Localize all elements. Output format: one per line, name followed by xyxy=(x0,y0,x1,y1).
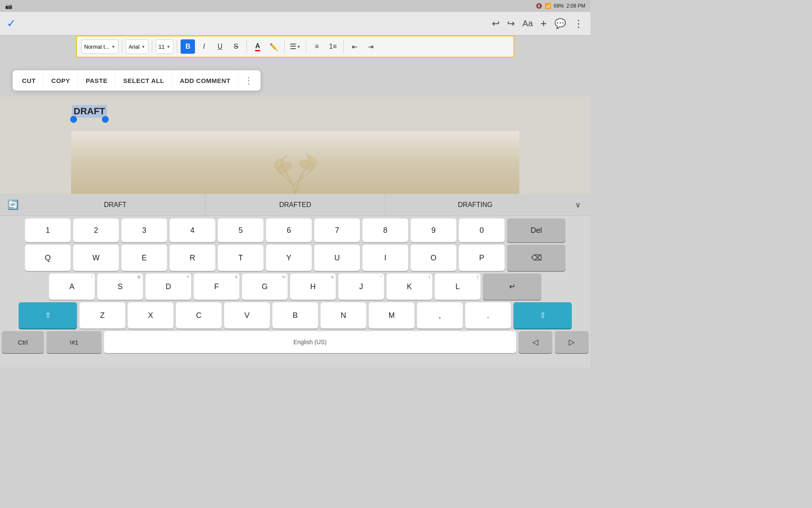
key-l[interactable]: L) xyxy=(435,273,480,300)
selected-text[interactable]: DRAFT xyxy=(72,105,107,118)
key-p[interactable]: P xyxy=(459,245,505,271)
divider-2 xyxy=(152,40,152,53)
divider-4 xyxy=(247,40,247,53)
key-9[interactable]: 9 xyxy=(411,218,456,242)
key-3[interactable]: 3 xyxy=(121,218,167,242)
selected-word: DRAFT xyxy=(74,106,105,116)
key-backspace[interactable]: ⌫ xyxy=(507,245,565,271)
more-options-button[interactable]: ⋮ xyxy=(573,18,584,30)
paragraph-style-select[interactable]: Normal t... ▼ xyxy=(81,39,118,54)
key-e[interactable]: E xyxy=(121,245,167,271)
key-comma[interactable]: ,- xyxy=(417,302,463,329)
key-enter[interactable]: ↵ xyxy=(483,273,541,300)
strikethrough-button[interactable]: S xyxy=(229,39,243,54)
key-arrow-right[interactable]: ▷ xyxy=(555,331,589,353)
add-button[interactable]: + xyxy=(540,17,547,30)
divider-3 xyxy=(177,40,177,53)
key-0[interactable]: 0 xyxy=(459,218,505,242)
paragraph-style-arrow: ▼ xyxy=(111,44,115,49)
key-6[interactable]: 6 xyxy=(266,218,312,242)
key-1[interactable]: 1 xyxy=(25,218,71,242)
key-shift-left[interactable]: ⇧ xyxy=(19,302,77,329)
key-row-asdf: A! S@ D# F$ G% H& J* K( L) ↵ xyxy=(2,273,589,300)
key-h[interactable]: H& xyxy=(290,273,336,300)
key-2[interactable]: 2 xyxy=(73,218,119,242)
comment-button[interactable]: 💬 xyxy=(554,18,566,29)
highlight-label: ✏️ xyxy=(269,43,278,51)
key-4[interactable]: 4 xyxy=(170,218,215,242)
key-r[interactable]: R xyxy=(170,245,215,271)
divider-5 xyxy=(284,40,285,53)
key-u[interactable]: U xyxy=(314,245,360,271)
key-space[interactable]: English (US) xyxy=(104,331,516,353)
confirm-button[interactable]: ✓ xyxy=(7,17,16,30)
key-j[interactable]: J* xyxy=(338,273,384,300)
text-format-button[interactable]: Aa xyxy=(522,19,532,28)
indent-icon: ⇥ xyxy=(368,43,373,51)
key-i[interactable]: I xyxy=(362,245,408,271)
key-n[interactable]: N xyxy=(321,302,366,329)
suggestion-1[interactable]: DRAFT xyxy=(25,194,206,216)
key-8[interactable]: 8 xyxy=(362,218,408,242)
select-all-button[interactable]: SELECT ALL xyxy=(115,70,172,91)
cut-button[interactable]: CUT xyxy=(14,70,44,91)
copy-button[interactable]: COPY xyxy=(44,70,78,91)
key-arrow-left[interactable]: ◁ xyxy=(518,331,552,353)
key-f[interactable]: F$ xyxy=(194,273,239,300)
key-s[interactable]: S@ xyxy=(97,273,143,300)
key-ctrl[interactable]: Ctrl xyxy=(2,331,44,353)
key-period[interactable]: . xyxy=(465,302,511,329)
selection-handle-left[interactable] xyxy=(70,116,77,123)
bold-button[interactable]: B xyxy=(181,39,195,54)
key-o[interactable]: O xyxy=(411,245,456,271)
key-row-qwerty: Q W E R T Y U I O P ⌫ xyxy=(2,245,589,271)
key-shift-right[interactable]: ⇧ xyxy=(513,302,572,329)
key-del[interactable]: Del xyxy=(507,218,565,242)
outdent-button[interactable]: ⇤ xyxy=(347,39,362,54)
add-comment-button[interactable]: ADD COMMENT xyxy=(172,70,239,91)
clock: 2:08 PM xyxy=(566,3,585,9)
font-select[interactable]: Arial ▼ xyxy=(126,39,148,54)
status-left: 📷 xyxy=(5,3,12,9)
key-m[interactable]: M xyxy=(369,302,414,329)
key-c[interactable]: C xyxy=(176,302,222,329)
key-z[interactable]: Z xyxy=(80,302,125,329)
key-x[interactable]: X xyxy=(128,302,173,329)
align-button[interactable]: ☰ ▼ xyxy=(288,39,302,54)
key-a[interactable]: A! xyxy=(49,273,95,300)
paste-button[interactable]: PASTE xyxy=(78,70,115,91)
bullet-list-button[interactable]: ≡ xyxy=(310,39,324,54)
key-y[interactable]: Y xyxy=(266,245,312,271)
key-g[interactable]: G% xyxy=(242,273,288,300)
undo-button[interactable]: ↩ xyxy=(492,18,499,29)
key-v[interactable]: V xyxy=(224,302,270,329)
font-size-select[interactable]: 11 ▼ xyxy=(156,39,173,54)
key-row-zxcv: ⇧ Z X C V B N M ,- . ⇧ xyxy=(2,302,589,329)
key-q[interactable]: Q xyxy=(25,245,71,271)
suggestion-expand-button[interactable]: ∨ xyxy=(565,194,590,216)
key-7[interactable]: 7 xyxy=(314,218,360,242)
document-image xyxy=(71,131,519,194)
context-more-button[interactable]: ⋮ xyxy=(239,70,259,91)
suggestion-3[interactable]: DRAFTING xyxy=(385,194,565,216)
key-d[interactable]: D# xyxy=(145,273,191,300)
italic-button[interactable]: I xyxy=(197,39,211,54)
selection-handle-right[interactable] xyxy=(102,116,109,123)
key-t[interactable]: T xyxy=(218,245,263,271)
numbered-list-button[interactable]: 1≡ xyxy=(326,39,340,54)
suggestion-2[interactable]: DRAFTED xyxy=(206,194,386,216)
key-sym[interactable]: !#1 xyxy=(47,331,102,353)
top-toolbar: ✓ ↩ ↪ Aa + 💬 ⋮ xyxy=(0,12,590,36)
key-k[interactable]: K( xyxy=(387,273,432,300)
indent-button[interactable]: ⇥ xyxy=(363,39,378,54)
key-5[interactable]: 5 xyxy=(218,218,263,242)
key-w[interactable]: W xyxy=(73,245,119,271)
redo-button[interactable]: ↪ xyxy=(507,18,515,29)
text-color-button[interactable]: A xyxy=(250,39,265,54)
key-b[interactable]: B xyxy=(272,302,318,329)
underline-button[interactable]: U xyxy=(213,39,227,54)
emoji-picker-button[interactable]: 🔄 xyxy=(0,194,25,216)
font-label: Arial xyxy=(129,44,140,50)
highlight-button[interactable]: ✏️ xyxy=(266,39,281,54)
mute-icon: 🔇 xyxy=(536,3,542,9)
